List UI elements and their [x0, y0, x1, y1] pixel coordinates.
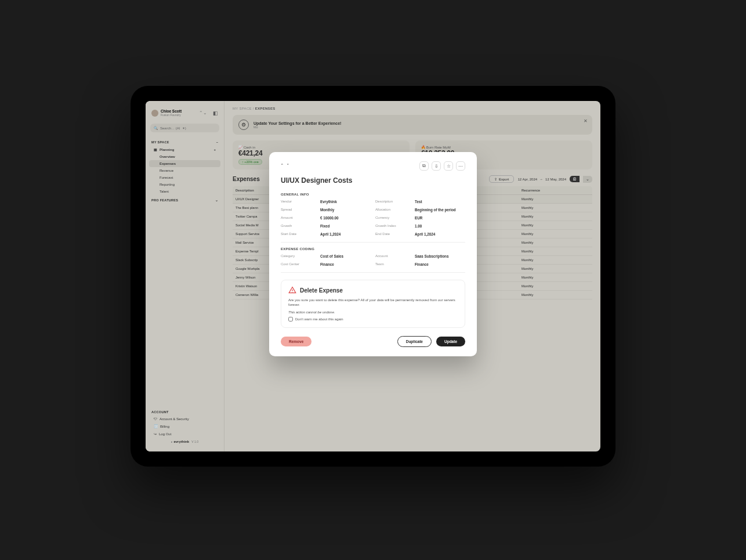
delete-note: This action cannot be undone.: [288, 310, 458, 315]
dont-warn-checkbox[interactable]: Don't warn me about this again: [288, 317, 458, 321]
modal-overlay[interactable]: ˄ ˅ ⧉ ⇩ ☆ ⋯ UI/UX Designer Costs GENERAL…: [146, 101, 600, 451]
delete-warning-text: Are you sure you want to delete this exp…: [288, 298, 458, 308]
chevron-down-icon[interactable]: ˅: [287, 163, 289, 169]
modal-title: UI/UX Designer Costs: [281, 176, 465, 185]
delete-expense-panel: Delete Expense Are you sure you want to …: [281, 280, 465, 328]
section-expense-coding: EXPENSE CODING: [281, 247, 465, 251]
chevron-up-icon[interactable]: ˄: [281, 163, 284, 169]
section-general-info: GENERAL INFO: [281, 193, 465, 196]
alert-triangle-icon: [288, 286, 296, 294]
more-icon[interactable]: ⋯: [456, 161, 465, 171]
archive-icon[interactable]: ⇩: [432, 161, 441, 171]
remove-button[interactable]: Remove: [281, 337, 312, 346]
duplicate-icon[interactable]: ⧉: [419, 161, 429, 171]
expense-detail-modal: ˄ ˅ ⧉ ⇩ ☆ ⋯ UI/UX Designer Costs GENERAL…: [269, 152, 477, 356]
update-button[interactable]: Update: [436, 337, 465, 346]
duplicate-button[interactable]: Duplicate: [397, 336, 432, 347]
star-icon[interactable]: ☆: [444, 161, 453, 171]
